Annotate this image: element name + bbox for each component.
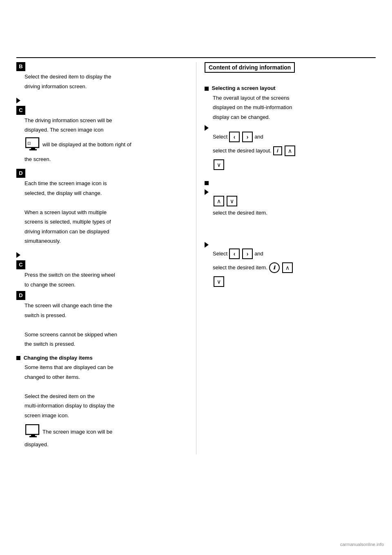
section-r3-arrow-row <box>205 241 376 248</box>
callout-container: Content of driving information <box>205 62 376 78</box>
and-text-r3: and <box>254 251 263 257</box>
change-detail-arrow-row <box>205 188 376 195</box>
section-r3-down-row: ∨ <box>213 275 376 288</box>
change-display-heading-row: Changing the display items <box>16 354 188 362</box>
section-r3-button-row: Select ‹ › and <box>213 248 376 260</box>
arrow-marker-c <box>16 98 20 103</box>
black-square-1 <box>16 356 20 360</box>
chevron-down-btn-r1[interactable]: ∨ <box>214 159 224 170</box>
section-steering: C Press the switch on the steering wheel… <box>16 251 188 348</box>
badge-c2: C <box>16 260 25 269</box>
and-text-r1: and <box>254 134 263 140</box>
svg-rect-4 <box>26 425 39 434</box>
select-text-r1: Select <box>213 134 227 140</box>
change-display-line1: Some items that are displayed can be <box>16 363 188 371</box>
arrow-marker-r3 <box>205 242 209 248</box>
steering-d-line3: Some screens cannot be skipped when <box>16 331 188 339</box>
badge-b-row: B <box>16 62 188 71</box>
arrow-marker-r2 <box>205 189 209 195</box>
steering-c-line1: Press the switch on the steering wheel <box>16 271 188 279</box>
chevron-up-btn-r1[interactable]: ∧ <box>285 145 295 156</box>
black-square-r2 <box>205 181 209 185</box>
section-b-line1: Select the desired item to display the <box>16 73 188 81</box>
badge-d-row: D <box>16 169 188 178</box>
arrow-marker-steering <box>16 252 20 258</box>
svg-rect-5 <box>31 434 35 436</box>
section-d-block: D Each time the screen image icon is sel… <box>16 169 188 245</box>
screen-layout-heading: Selecting a screen layout <box>212 85 276 91</box>
select-text-r3: Select <box>213 251 227 257</box>
top-rule <box>16 57 376 58</box>
badge-d2: D <box>16 291 25 300</box>
section-c-line1: The driving information screen will be <box>16 116 188 125</box>
badge-d: D <box>16 169 25 178</box>
change-display-line6: displayed. <box>16 441 188 449</box>
section-c-line2: displayed. The screen image icon <box>16 126 188 134</box>
section-c-monitor-row: ⊡ will be displayed at the bottom right … <box>16 136 188 154</box>
chevron-up-btn-r2[interactable]: ∧ <box>214 196 224 206</box>
section-d-line4: screens is selected, multiple types of <box>16 218 188 226</box>
info-circle-btn-r3[interactable]: ℹ <box>269 262 280 273</box>
steering-d-line1: The screen will change each time the <box>16 302 188 310</box>
arrow-marker-r1 <box>205 125 209 131</box>
chevron-left-btn-r3[interactable]: ‹ <box>229 248 240 259</box>
change-display-line3: Select the desired item on the <box>16 392 188 401</box>
section-b-line2: driving information screen. <box>16 83 188 91</box>
chevron-down-btn-r2[interactable]: ∨ <box>227 196 237 206</box>
steering-c-line2: to change the screen. <box>16 281 188 289</box>
chevron-right-btn-r3[interactable]: › <box>242 248 253 259</box>
section-change-display: Changing the display items Some items th… <box>16 354 188 449</box>
steering-d-line2: switch is pressed. <box>16 311 188 320</box>
screen-layout-line1: The overall layout of the screens <box>205 94 376 102</box>
svg-rect-1 <box>31 148 35 149</box>
screen-layout-controls-row: Select ‹ › and select the desired layout… <box>205 131 376 171</box>
screen-layout-down-row: ∨ <box>213 159 376 171</box>
screen-layout-line2: displayed on the multi-information <box>205 103 376 112</box>
change-detail-heading-row <box>205 179 376 187</box>
change-display-line5: screen image icon. <box>16 412 188 420</box>
screen-layout-heading-row: Selecting a screen layout <box>205 84 376 92</box>
screen-layout-button-row: Select ‹ › and <box>213 131 376 143</box>
svg-rect-6 <box>29 436 37 437</box>
left-column: B Select the desired item to display the… <box>16 62 196 454</box>
info-icon-r1[interactable]: i <box>273 146 282 155</box>
arrow-steering <box>16 251 188 259</box>
change-display-monitor-row: The screen image icon will be <box>16 423 188 441</box>
change-display-heading: Changing the display items <box>24 355 93 361</box>
change-display-line2: changed to other items. <box>16 373 188 381</box>
right-column: Content of driving information Selecting… <box>196 62 376 454</box>
section-r3-info-row: select the desired item. ℹ ∧ <box>213 262 376 274</box>
section-c-line3: will be displayed at the bottom right of <box>42 141 131 148</box>
monitor-icon-bottom <box>25 424 41 439</box>
svg-rect-2 <box>29 149 37 150</box>
badge-b: B <box>16 62 25 71</box>
chevron-up-btn-r3[interactable]: ∧ <box>282 262 293 273</box>
section-change-detail: ∧ ∨ select the desired item. <box>205 179 376 217</box>
section-d-line3: When a screen layout with multiple <box>16 208 188 217</box>
change-display-line4: multi-information display to display the <box>16 402 188 410</box>
chevron-left-btn-r1[interactable]: ‹ <box>229 132 240 142</box>
section-d-line1: Each time the screen image icon is <box>16 179 188 188</box>
section-r3-line1: select the desired item. <box>213 264 267 271</box>
change-detail-line1: select the desired item. <box>205 209 376 217</box>
callout-text: Content of driving information <box>209 64 291 71</box>
callout-box: Content of driving information <box>205 62 295 73</box>
chevron-down-btn-r3[interactable]: ∨ <box>214 276 224 287</box>
badge-c: C <box>16 106 25 115</box>
steering-d-space <box>16 321 188 329</box>
section-d-space <box>16 199 188 207</box>
section-d-line5: driving information can be displayed <box>16 228 188 236</box>
badge-c-row: C <box>16 106 188 115</box>
screen-layout-info-row: select the desired layout. i ∧ <box>213 145 376 157</box>
black-square-r1 <box>205 87 209 91</box>
screen-layout-line4: select the desired layout. <box>213 148 272 154</box>
screen-layout-arrow-row <box>205 124 376 131</box>
section-screen-layout: Selecting a screen layout The overall la… <box>205 84 376 171</box>
section-d-line2: selected, the display will change. <box>16 189 188 197</box>
section-d-line6: simultaneously. <box>16 237 188 245</box>
chevron-right-btn-r1[interactable]: › <box>242 132 253 142</box>
content-area: B Select the desired item to display the… <box>0 62 392 454</box>
monitor-icon-c: ⊡ <box>25 137 41 152</box>
svg-text:⊡: ⊡ <box>27 141 31 145</box>
watermark: carmanualsonline.info <box>340 542 384 547</box>
